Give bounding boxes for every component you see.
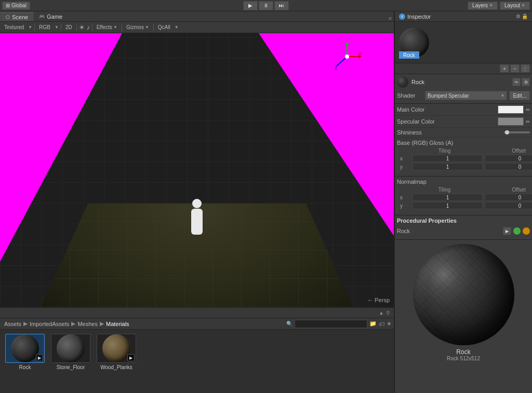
base-tiling-y-input[interactable] [413, 163, 483, 170]
character [191, 199, 203, 235]
asset-thumb-rock[interactable]: ▶ [5, 334, 45, 363]
remove-component-button[interactable]: − [510, 64, 520, 73]
inspector-actions: + − ⋮ [395, 63, 532, 74]
separator [153, 24, 154, 31]
norm-offset-y-input[interactable] [485, 202, 532, 209]
shader-edit-button[interactable]: Edit... [509, 91, 530, 100]
chevron-down-icon: ▼ [28, 25, 32, 30]
breadcrumb: Assets ▶ ImportedAssets ▶ Meshes ▶ Mater… [2, 320, 131, 327]
lock-icon[interactable]: ⚲ [386, 310, 390, 316]
breadcrumb-materials[interactable]: Materials [106, 321, 129, 327]
large-rock-preview: Rock Rock 512x512 [395, 240, 532, 365]
tag-icon[interactable]: 🏷 [379, 321, 384, 327]
folder-icon[interactable]: 📁 [369, 320, 377, 327]
color-mode-dropdown[interactable]: RGB [37, 24, 52, 31]
asset-thumb-wood[interactable]: ▶ [97, 334, 136, 363]
breadcrumb-meshes[interactable]: Meshes [77, 321, 98, 327]
search-input[interactable] [295, 320, 367, 328]
normalmap-thumb[interactable] [397, 187, 398, 213]
main-color-swatch[interactable] [498, 105, 524, 114]
base-offset-y-input[interactable] [485, 163, 532, 170]
properties-section: Main Color ✏ Specular Color ✏ Shininess [395, 104, 532, 138]
norm-tiling-y-input[interactable] [413, 202, 483, 209]
play-button[interactable]: ▶ [243, 1, 258, 10]
scene-viewport[interactable]: Y X Z ← Persp [0, 33, 394, 307]
tiling-headers: Tiling Offset [400, 187, 532, 193]
material-settings-button[interactable]: ⚙ [522, 78, 530, 86]
base-tiling-x-input[interactable] [413, 155, 483, 162]
pause-button[interactable]: ⏸ [259, 1, 273, 10]
char-head [192, 199, 202, 208]
list-item[interactable]: ▶ Rock [4, 334, 46, 389]
svg-text:X: X [358, 51, 362, 57]
list-item[interactable]: ▶ Wood_Planks [96, 334, 137, 389]
layout-dropdown[interactable]: Layout ▼ [500, 2, 530, 10]
shininess-thumb [505, 130, 509, 134]
add-component-button[interactable]: + [500, 64, 509, 73]
separator [34, 24, 35, 31]
asset-play-button[interactable]: ▶ [127, 354, 135, 361]
specular-color-row: Specular Color ✏ [395, 116, 532, 128]
pencil-icon[interactable]: ✏ [526, 107, 530, 113]
shininess-slider[interactable] [504, 131, 530, 133]
chevron-down-icon: ▼ [55, 25, 59, 30]
bottom-toolbar: ▲ ⚲ [0, 308, 394, 318]
step-button[interactable]: ⏭ [274, 1, 289, 10]
asset-play-button[interactable]: ▶ [36, 354, 43, 361]
breadcrumb-assets[interactable]: Assets [4, 321, 21, 327]
effects-dropdown[interactable]: Effects ▼ [95, 24, 119, 31]
search-icon: 🔍 [286, 321, 292, 327]
global-button[interactable]: ⊞ Global [2, 2, 30, 10]
chevron-down-icon: ▼ [489, 3, 493, 8]
norm-offset-x-input[interactable] [485, 194, 532, 201]
tab-scene[interactable]: ⬡ Scene [0, 12, 34, 21]
asset-thumb-stone[interactable] [51, 334, 90, 363]
top-bar: ⊞ Global ▶ ⏸ ⏭ Layers ▼ Layout ▼ [0, 0, 532, 11]
preview-name-label: Rock [456, 348, 470, 356]
large-material-sphere [413, 244, 514, 345]
gizmos-dropdown[interactable]: Gizmos ▼ [124, 24, 151, 31]
component-options-button[interactable]: ⋮ [521, 64, 530, 73]
breadcrumb-imported[interactable]: ImportedAssets [30, 321, 69, 327]
maximize-icon[interactable]: ▲ [379, 310, 384, 316]
proc-play-button[interactable]: ▶ [503, 227, 511, 235]
pencil-icon[interactable]: ✏ [526, 119, 530, 125]
inspector-body: Rock + − ⋮ Rock [395, 22, 532, 393]
base-texture-thumb[interactable] [397, 148, 398, 174]
tab-game[interactable]: 🎮 Game [34, 12, 68, 21]
specular-color-swatch[interactable] [498, 117, 524, 126]
material-edit-button[interactable]: ✏ [512, 78, 521, 86]
material-icon [397, 76, 408, 88]
asset-breadcrumb-bar: Assets ▶ ImportedAssets ▶ Meshes ▶ Mater… [0, 318, 394, 330]
left-panel: ⬡ Scene 🎮 Game ≡ Textured ▼ RGB ▼ 2D ☀ ♪ [0, 11, 394, 393]
list-item[interactable]: Stone_Floor [50, 334, 91, 389]
inspector-options-icon[interactable]: ⚙ [516, 13, 521, 19]
bottom-panel: ▲ ⚲ Assets ▶ ImportedAssets ▶ Meshes ▶ M… [0, 307, 394, 393]
base-offset-x-input[interactable] [485, 155, 532, 162]
preview-size-label: Rock 512x512 [447, 356, 480, 361]
char-body [191, 209, 203, 235]
scene-toolbar: Textured ▼ RGB ▼ 2D ☀ ♪ Effects ▼ Gizmos… [0, 22, 394, 33]
norm-tiling-y-row: y [400, 202, 532, 209]
inspector-preview: Rock [395, 22, 532, 63]
audio-icon[interactable]: ♪ [87, 24, 90, 31]
inspector-icon: i [399, 13, 405, 20]
qcall-dropdown[interactable]: QcAll [156, 24, 172, 31]
svg-text:Y: Y [348, 41, 351, 45]
norm-tiling-x-input[interactable] [413, 194, 483, 201]
asset-name-stone: Stone_Floor [57, 364, 85, 370]
inspector-lock-icon[interactable]: 🔒 [522, 13, 528, 19]
material-name: Rock [411, 79, 424, 85]
render-mode-dropdown[interactable]: Textured [2, 24, 26, 31]
base-tiling-y-row: y [400, 163, 532, 170]
perspective-label: ← Persp [367, 297, 390, 303]
shader-dropdown[interactable]: Bumped Specular ▼ [425, 91, 507, 100]
breadcrumb-sep: ▶ [100, 320, 104, 327]
panel-menu-icon[interactable]: ≡ [389, 16, 392, 21]
layers-dropdown[interactable]: Layers ▼ [468, 2, 498, 10]
lighting-icon[interactable]: ☀ [79, 24, 85, 31]
2d-button[interactable]: 2D [63, 24, 74, 31]
proc-orange-dot[interactable] [523, 227, 530, 235]
star-icon[interactable]: ★ [387, 320, 392, 327]
breadcrumb-sep: ▶ [23, 320, 28, 327]
